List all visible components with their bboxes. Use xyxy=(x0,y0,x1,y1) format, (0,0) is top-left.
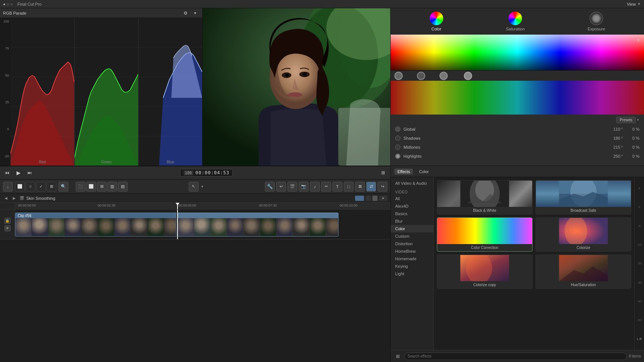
saturation-icon xyxy=(509,12,522,25)
search-timeline-btn[interactable]: 🔍 xyxy=(59,182,68,192)
adj-radio-global[interactable] xyxy=(395,127,400,132)
adj-radio-midtones[interactable] xyxy=(395,145,400,150)
effects-cat-homebrew[interactable]: HomeBrew xyxy=(391,247,433,255)
effects-count: 8 items xyxy=(629,354,641,358)
effects-cat-alex4d[interactable]: Alex4D xyxy=(391,202,433,210)
effects-cat-custom[interactable]: Custom xyxy=(391,232,433,240)
view-button[interactable]: View xyxy=(625,0,637,9)
view-opt5[interactable]: ▤ xyxy=(118,182,128,192)
timeline-back-btn[interactable]: ◀ xyxy=(3,195,9,201)
handle-2[interactable] xyxy=(417,72,425,80)
tool-title[interactable]: T xyxy=(333,182,342,192)
waveform-settings-button[interactable]: ⚙ xyxy=(181,9,190,17)
color-tabs: Color Saturation Exposure xyxy=(391,8,644,35)
effect-hue-sat[interactable]: Hue/Saturation xyxy=(536,255,631,289)
clip-block-2[interactable] xyxy=(177,213,339,237)
waveform-expand-button[interactable]: ▼ xyxy=(191,9,199,17)
app-title: ● ○ ○ Final Cut Pro xyxy=(3,2,41,6)
filter-btn3[interactable]: ✓ xyxy=(36,182,46,192)
filter-btn1[interactable]: ⬜ xyxy=(15,182,25,192)
effects-cat-light[interactable]: Light xyxy=(391,270,433,278)
scale-neg20: -20 xyxy=(2,154,9,158)
effects-search-input[interactable] xyxy=(404,353,627,360)
clip-block-1[interactable]: Clip #56 xyxy=(15,213,176,237)
view-opt2[interactable]: ⬜ xyxy=(86,182,96,192)
ruler-mark-0: 00:00:00:00 xyxy=(18,204,36,207)
effect-label-hue-sat: Hue/Saturation xyxy=(536,281,631,288)
play-button[interactable]: ▶ xyxy=(14,169,23,177)
adj-val-midtones: 215 ° xyxy=(606,145,623,149)
svg-point-24 xyxy=(303,72,307,77)
effects-cat-distortion[interactable]: Distortion xyxy=(391,240,433,247)
adj-pct-midtones: 0 % xyxy=(626,145,639,149)
scale-25: 25 xyxy=(2,100,9,104)
effect-broadcast[interactable]: Broadcast Safe xyxy=(536,180,631,214)
adj-radio-highlights[interactable] xyxy=(395,154,400,159)
tool-clip[interactable]: 🎬 xyxy=(287,182,297,192)
handle-1[interactable] xyxy=(394,72,403,80)
tool-redo[interactable]: ↪ xyxy=(378,182,387,192)
effect-colorize-copy[interactable]: Colorize copy xyxy=(437,255,533,289)
add-color-btn[interactable]: + xyxy=(635,37,642,44)
ruler-mark-2: 00:00:05:00 xyxy=(178,204,196,207)
color-tab-saturation[interactable]: Saturation xyxy=(501,10,529,33)
filter-btn2[interactable]: ☆ xyxy=(26,182,35,192)
color-tab-exposure[interactable]: Exposure xyxy=(583,10,609,33)
effects-cat-keying[interactable]: Keying xyxy=(391,262,433,270)
color-spectrum[interactable] xyxy=(391,35,644,70)
append-button[interactable]: ↓ xyxy=(3,182,13,192)
view-opt1[interactable]: ⬛ xyxy=(76,182,86,192)
effects-tab-effects[interactable]: Effects xyxy=(394,169,413,175)
svg-point-33 xyxy=(565,218,587,244)
track-lock-btn[interactable]: 🔒 xyxy=(5,218,11,224)
effect-colorize[interactable]: Colorize xyxy=(536,217,631,252)
view-opt3[interactable]: ⊞ xyxy=(97,182,107,192)
effects-view-btn[interactable]: ⊞ xyxy=(394,352,402,360)
effect-color-correction[interactable]: Color Correction xyxy=(437,217,533,252)
clip-name: Skin Smoothing xyxy=(26,196,55,201)
effects-tab-color[interactable]: Color xyxy=(416,169,432,175)
presets-button[interactable]: Presets xyxy=(616,117,636,123)
timeline-fwd-btn[interactable]: ▶ xyxy=(11,195,17,201)
scale-50: 50 xyxy=(2,74,9,77)
effects-body: All Video & Audio VIDEO All Alex4D Basic… xyxy=(391,177,644,350)
tool-transitions[interactable]: ⊠ xyxy=(355,182,365,192)
effect-thumb-broadcast xyxy=(536,181,631,207)
effects-footer: ⊞ 8 items xyxy=(391,350,644,362)
effects-cat-basics[interactable]: Basics xyxy=(391,210,433,217)
adj-radio-shadows[interactable] xyxy=(395,136,400,141)
next-frame-button[interactable]: ⏭ xyxy=(26,169,34,177)
timeline-container: ◀ ▶ 🎬 Skin Smoothing ■ xyxy=(0,194,390,362)
tool-cut[interactable]: ✂ xyxy=(321,182,331,192)
tool-share[interactable]: ⇄ xyxy=(366,182,376,192)
arrow-tool[interactable]: ↖ xyxy=(189,182,199,192)
effects-cat-color[interactable]: Color xyxy=(391,225,433,232)
tool-music[interactable]: ♪ xyxy=(310,182,320,192)
track-eye-btn[interactable]: 👁 xyxy=(5,225,11,231)
view-opt4[interactable]: ▥ xyxy=(107,182,117,192)
filter-btn4[interactable]: ⊞ xyxy=(47,182,56,192)
effect-label-colorize: Colorize xyxy=(536,244,631,251)
num-neg30: -30 xyxy=(637,281,642,284)
effects-cat-blur[interactable]: Blur xyxy=(391,217,433,225)
color-tab-color[interactable]: Color xyxy=(425,10,448,33)
effects-cat-all[interactable]: All xyxy=(391,195,433,202)
effect-bw[interactable]: Black & White xyxy=(437,180,533,214)
prev-frame-button[interactable]: ⏮ xyxy=(3,169,11,177)
handle-3[interactable] xyxy=(439,72,448,80)
color-wheel-icon xyxy=(430,12,443,25)
adj-label-highlights: Highlights xyxy=(403,154,430,158)
tool-undo[interactable]: ↩ xyxy=(276,182,286,192)
num-neg50: -50 xyxy=(637,318,642,322)
tool-wrench[interactable]: 🔧 xyxy=(265,182,275,192)
waveform-scale: 100 75 50 25 0 -20 xyxy=(0,18,11,166)
effect-thumb-colorize-copy xyxy=(437,255,532,281)
tool-generator[interactable]: □ xyxy=(344,182,354,192)
effects-cat-homemade[interactable]: Homemade xyxy=(391,255,433,262)
tool-camera[interactable]: 📷 xyxy=(299,182,308,192)
minus-btn[interactable]: − xyxy=(640,108,642,113)
effects-cat-all-video[interactable]: All Video & Audio xyxy=(391,179,433,187)
handle-4[interactable] xyxy=(464,72,472,80)
fullscreen-button[interactable]: ⊞ xyxy=(379,169,387,177)
adj-highlights: Highlights 250 ° 0 % xyxy=(395,152,639,161)
